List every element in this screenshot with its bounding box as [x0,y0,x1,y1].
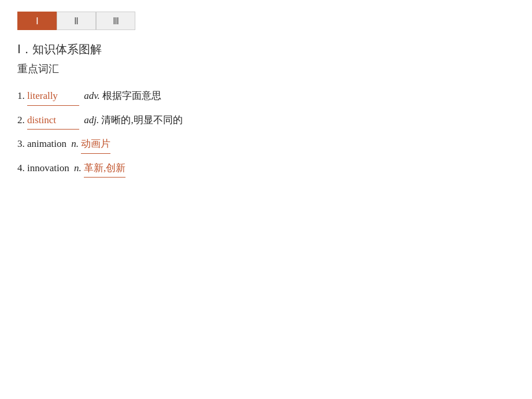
section-title: Ⅰ．知识体系图解 [17,42,515,57]
vocab-prefix-3: animation [27,138,69,149]
vocab-word-2: distinct [27,112,79,130]
vocab-item-2: 2. distinct adj. 清晰的,明显不同的 [17,112,515,130]
vocab-number-2: 2. [17,114,25,125]
page-container: Ⅰ Ⅱ Ⅲ Ⅰ．知识体系图解 重点词汇 1. literally adv. 根据… [0,0,532,399]
vocab-item-3: 3. animation n. 动画片 [17,135,515,154]
vocab-pos-1: adv. [84,90,100,101]
vocab-def-3: 动画片 [81,135,110,154]
vocab-item-4: 4. innovation n. 革新,创新 [17,160,515,178]
vocab-prefix-4: innovation [27,162,72,173]
vocab-word-1: literally [27,87,79,106]
tab-2-label: Ⅱ [74,16,79,27]
tabs-row: Ⅰ Ⅱ Ⅲ [17,12,515,30]
subsection-title: 重点词汇 [17,62,515,76]
vocab-number-1: 1. [17,90,25,101]
vocab-def-2: 清晰的,明显不同的 [101,114,182,125]
tab-3-label: Ⅲ [113,16,119,27]
vocab-item-1: 1. literally adv. 根据字面意思 [17,87,515,106]
vocab-def-1: 根据字面意思 [102,90,161,101]
vocab-number-3: 3. [17,138,25,149]
vocab-pos-2: adj. [84,114,99,125]
vocab-list: 1. literally adv. 根据字面意思 2. distinct adj… [17,87,515,178]
vocab-pos-3: n. [71,138,79,149]
vocab-def-4: 革新,创新 [84,160,125,178]
vocab-pos-4: n. [74,162,82,173]
tab-2[interactable]: Ⅱ [57,12,96,30]
tab-1-label: Ⅰ [36,16,39,27]
vocab-number-4: 4. [17,162,25,173]
tab-3[interactable]: Ⅲ [96,12,135,30]
tab-1[interactable]: Ⅰ [17,12,57,30]
